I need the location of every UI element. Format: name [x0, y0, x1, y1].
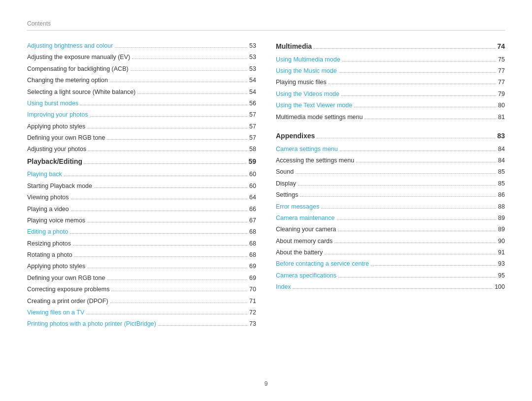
toc-entry-text: Sound: [276, 167, 294, 177]
toc-page-number: 73: [249, 319, 256, 329]
toc-entry-text: Adjusting your photos: [27, 145, 86, 154]
toc-entry: Defining your own RGB tone57: [27, 133, 256, 143]
toc-entry[interactable]: Adjusting brightness and colour53: [27, 41, 256, 51]
toc-page-number: 57: [249, 122, 256, 131]
toc-dots: [84, 163, 246, 164]
toc-dots: [334, 243, 496, 243]
toc-entry-text: Using burst modes: [27, 99, 78, 108]
toc-entry-text: Improving your photos: [27, 110, 88, 120]
toc-dots: [317, 138, 495, 138]
toc-entry-text: Using the Text Viewer mode: [276, 101, 352, 110]
section-header: Multimedia74: [276, 41, 505, 52]
toc-entry-text: About the battery: [276, 248, 323, 257]
toc-entry-text: Resizing photos: [27, 239, 71, 248]
toc-dots: [137, 93, 247, 94]
toc-page-number: 60: [249, 170, 256, 179]
left-column: Adjusting brightness and colour53Adjusti…: [27, 41, 256, 331]
toc-entry-text: Adjusting brightness and colour: [27, 41, 113, 51]
toc-entry-text: Accessing the settings menu: [276, 156, 354, 165]
toc-page-number: 90: [498, 237, 505, 246]
toc-entry[interactable]: Before contacting a service centre93: [276, 259, 505, 269]
toc-entry: Display85: [276, 179, 505, 188]
toc-dots: [371, 265, 496, 266]
toc-entry: Starting Playback mode60: [27, 182, 256, 191]
toc-entry-text: Compensating for backlighting (ACB): [27, 64, 129, 74]
toc-entry-text: Defining your own RGB tone: [27, 274, 105, 283]
toc-entry-text: Display: [276, 179, 296, 188]
toc-entry-text: Correcting exposure problems: [27, 285, 109, 294]
toc-entry: About the battery91: [276, 248, 505, 257]
toc-entry-text: Index: [276, 282, 291, 292]
toc-page-number: 93: [498, 259, 505, 269]
toc-entry[interactable]: Viewing files on a TV72: [27, 308, 256, 317]
toc-entry-text: Selecting a light source (White balance): [27, 88, 135, 97]
toc-page-number: 81: [498, 113, 505, 122]
toc-page-number: 72: [249, 308, 256, 317]
toc-page-number: 67: [249, 216, 256, 225]
toc-dots: [90, 116, 247, 117]
toc-entry[interactable]: Camera settings menu84: [276, 145, 505, 154]
toc-entry[interactable]: Using burst modes56: [27, 99, 256, 108]
toc-page-number: 70: [249, 285, 256, 294]
columns: Adjusting brightness and colour53Adjusti…: [27, 41, 505, 331]
toc-entry: Adjusting the exposure manually (EV)53: [27, 53, 256, 62]
section-title: Playback/Editing: [27, 156, 82, 167]
toc-page-number: 68: [249, 227, 256, 237]
toc-dots: [110, 82, 247, 82]
toc-entry[interactable]: Camera specifications95: [276, 271, 505, 280]
toc-entry-text: Using the Music mode: [276, 66, 337, 76]
toc-dots: [74, 256, 247, 257]
toc-page-number: 85: [498, 167, 505, 177]
toc-dots: [354, 107, 496, 107]
header-title: Contents: [27, 20, 51, 27]
toc-dots: [296, 173, 496, 174]
toc-entry[interactable]: Camera maintenance89: [276, 214, 505, 223]
toc-entry-text: Error messages: [276, 202, 319, 212]
toc-page-number: 53: [249, 64, 256, 74]
toc-entry[interactable]: Error messages88: [276, 202, 505, 212]
section-title: Multimedia: [276, 41, 312, 52]
toc-page-number: 54: [249, 88, 256, 97]
toc-entry: About memory cards90: [276, 237, 505, 246]
toc-entry[interactable]: Using the Text Viewer mode80: [276, 101, 505, 110]
toc-dots: [111, 291, 247, 291]
toc-entry-text: Viewing photos: [27, 193, 69, 202]
toc-entry-text: Settings: [276, 190, 298, 200]
toc-entry[interactable]: Using the Music mode77: [276, 66, 505, 76]
toc-dots: [325, 254, 496, 254]
toc-entry: Correcting exposure problems70: [27, 285, 256, 294]
toc-entry-text: Creating a print order (DPOF): [27, 297, 108, 306]
toc-entry-text: Defining your own RGB tone: [27, 133, 105, 143]
toc-entry: Playing a video66: [27, 205, 256, 214]
toc-page-number: 84: [498, 156, 505, 165]
toc-entry[interactable]: Index100: [276, 282, 505, 292]
toc-page-number: 88: [498, 202, 505, 212]
toc-entry-text: Editing a photo: [27, 227, 68, 237]
toc-page-number: 89: [498, 214, 505, 223]
toc-entry[interactable]: Editing a photo68: [27, 227, 256, 237]
toc-page-number: 75: [498, 55, 505, 64]
toc-page-number: 68: [249, 239, 256, 248]
toc-page-number: 84: [498, 145, 505, 154]
toc-entry[interactable]: Using the Videos mode79: [276, 90, 505, 99]
toc-entry[interactable]: Improving your photos57: [27, 110, 256, 120]
toc-dots: [329, 84, 496, 84]
toc-entry: Accessing the settings menu84: [276, 156, 505, 165]
toc-page-number: 54: [249, 76, 256, 85]
toc-entry[interactable]: Printing photos with a photo printer (Pi…: [27, 319, 256, 329]
toc-entry[interactable]: Using Multimedia mode75: [276, 55, 505, 64]
toc-dots: [314, 48, 495, 49]
section-header: Appendixes83: [276, 131, 505, 142]
toc-entry: Settings86: [276, 190, 505, 200]
section-page-number: 74: [497, 41, 505, 52]
toc-entry-text: Starting Playback mode: [27, 182, 92, 191]
toc-page-number: 69: [249, 262, 256, 271]
toc-entry: Defining your own RGB tone69: [27, 274, 256, 283]
toc-page-number: 95: [498, 271, 505, 280]
toc-entry-text: Changing the metering option: [27, 76, 108, 85]
toc-page-number: 53: [249, 53, 256, 62]
section-page-number: 59: [248, 156, 256, 167]
toc-dots: [365, 119, 496, 119]
toc-entry[interactable]: Playing back60: [27, 170, 256, 179]
toc-dots: [71, 211, 247, 211]
